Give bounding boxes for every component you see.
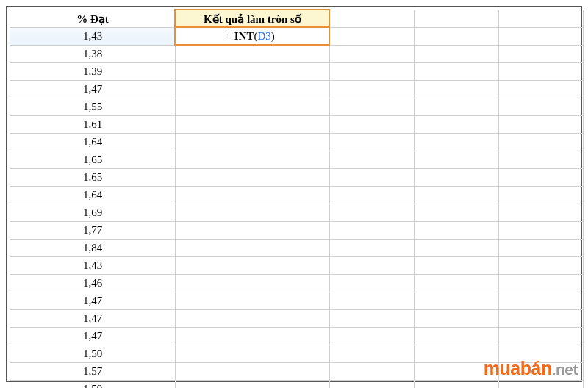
value-cell[interactable]: 1,46 (10, 275, 176, 292)
value-cell[interactable]: 1,38 (10, 46, 176, 63)
cell-empty[interactable] (415, 381, 499, 389)
cell-empty[interactable] (330, 222, 415, 240)
cell-empty[interactable] (330, 328, 415, 345)
cell-empty[interactable] (499, 63, 584, 81)
cell-empty[interactable] (176, 169, 330, 187)
value-cell[interactable]: 1,84 (10, 240, 176, 257)
cell-empty[interactable] (176, 328, 330, 345)
value-cell[interactable]: 1,43 (10, 28, 176, 46)
header-ket-qua[interactable]: Kết quả làm tròn số (176, 10, 330, 28)
cell-empty[interactable] (499, 151, 584, 169)
grid[interactable]: % Đạt Kết quả làm tròn số 1,431,381,391,… (10, 10, 584, 388)
value-cell[interactable]: 1,39 (10, 63, 176, 81)
cell-empty[interactable] (176, 310, 330, 328)
cell-empty[interactable] (415, 292, 499, 310)
value-cell[interactable]: 1,43 (10, 257, 176, 275)
cell-empty[interactable] (330, 10, 415, 28)
value-cell[interactable]: 1,64 (10, 187, 176, 204)
cell-empty[interactable] (499, 98, 584, 116)
value-cell[interactable]: 1,65 (10, 169, 176, 187)
cell-empty[interactable] (415, 310, 499, 328)
cell-empty[interactable] (499, 257, 584, 275)
formula-cell[interactable]: =INT(D3) (174, 26, 330, 46)
cell-empty[interactable] (415, 81, 499, 98)
cell-empty[interactable] (499, 204, 584, 222)
cell-empty[interactable] (176, 204, 330, 222)
cell-empty[interactable] (330, 187, 415, 204)
cell-empty[interactable] (499, 292, 584, 310)
cell-empty[interactable] (499, 328, 584, 345)
cell-empty[interactable] (415, 222, 499, 240)
cell-empty[interactable] (330, 98, 415, 116)
cell-empty[interactable] (415, 46, 499, 63)
cell-empty[interactable] (330, 381, 415, 389)
cell-empty[interactable] (330, 292, 415, 310)
cell-empty[interactable] (415, 240, 499, 257)
value-cell[interactable]: 1,61 (10, 116, 176, 134)
cell-empty[interactable] (415, 187, 499, 204)
value-cell[interactable]: 1,59 (10, 381, 176, 389)
value-cell[interactable]: 1,55 (10, 98, 176, 116)
cell-empty[interactable] (330, 46, 415, 63)
cell-empty[interactable] (176, 345, 330, 363)
cell-empty[interactable] (176, 363, 330, 381)
cell-empty[interactable] (330, 363, 415, 381)
cell-empty[interactable] (499, 310, 584, 328)
cell-empty[interactable] (176, 240, 330, 257)
cell-empty[interactable] (499, 187, 584, 204)
header-percent-dat[interactable]: % Đạt (10, 10, 176, 28)
spreadsheet[interactable]: % Đạt Kết quả làm tròn số 1,431,381,391,… (10, 10, 583, 388)
cell-empty[interactable] (415, 151, 499, 169)
cell-empty[interactable] (330, 63, 415, 81)
cell-empty[interactable] (415, 134, 499, 151)
cell-empty[interactable] (499, 275, 584, 292)
cell-empty[interactable] (176, 98, 330, 116)
cell-empty[interactable] (499, 116, 584, 134)
cell-empty[interactable] (330, 169, 415, 187)
cell-empty[interactable] (415, 275, 499, 292)
value-cell[interactable]: 1,77 (10, 222, 176, 240)
cell-empty[interactable] (176, 116, 330, 134)
cell-empty[interactable] (330, 275, 415, 292)
cell-empty[interactable] (415, 169, 499, 187)
value-cell[interactable]: 1,47 (10, 328, 176, 345)
cell-empty[interactable] (415, 28, 499, 46)
cell-empty[interactable] (330, 81, 415, 98)
cell-empty[interactable] (330, 134, 415, 151)
cell-empty[interactable] (415, 63, 499, 81)
value-cell[interactable]: 1,69 (10, 204, 176, 222)
cell-empty[interactable] (176, 187, 330, 204)
value-cell[interactable]: 1,57 (10, 363, 176, 381)
cell-empty[interactable] (176, 134, 330, 151)
cell-empty[interactable] (499, 10, 584, 28)
value-cell[interactable]: 1,50 (10, 345, 176, 363)
cell-empty[interactable] (176, 46, 330, 63)
cell-empty[interactable] (499, 81, 584, 98)
cell-empty[interactable] (330, 345, 415, 363)
cell-empty[interactable] (499, 46, 584, 63)
cell-empty[interactable] (499, 240, 584, 257)
cell-empty[interactable] (176, 381, 330, 389)
cell-empty[interactable] (415, 10, 499, 28)
value-cell[interactable]: 1,47 (10, 81, 176, 98)
cell-empty[interactable] (499, 222, 584, 240)
cell-empty[interactable] (176, 275, 330, 292)
cell-empty[interactable] (415, 116, 499, 134)
cell-empty[interactable] (415, 204, 499, 222)
cell-empty[interactable] (330, 151, 415, 169)
cell-empty[interactable] (415, 98, 499, 116)
cell-empty[interactable] (499, 381, 584, 389)
cell-empty[interactable] (499, 169, 584, 187)
cell-empty[interactable] (499, 28, 584, 46)
cell-empty[interactable] (330, 204, 415, 222)
cell-empty[interactable] (499, 134, 584, 151)
value-cell[interactable]: 1,47 (10, 310, 176, 328)
cell-empty[interactable] (415, 257, 499, 275)
value-cell[interactable]: 1,64 (10, 134, 176, 151)
cell-empty[interactable] (330, 116, 415, 134)
value-cell[interactable]: 1,65 (10, 151, 176, 169)
cell-empty[interactable] (176, 81, 330, 98)
cell-empty[interactable] (330, 240, 415, 257)
cell-empty[interactable] (176, 257, 330, 275)
cell-empty[interactable] (415, 328, 499, 345)
